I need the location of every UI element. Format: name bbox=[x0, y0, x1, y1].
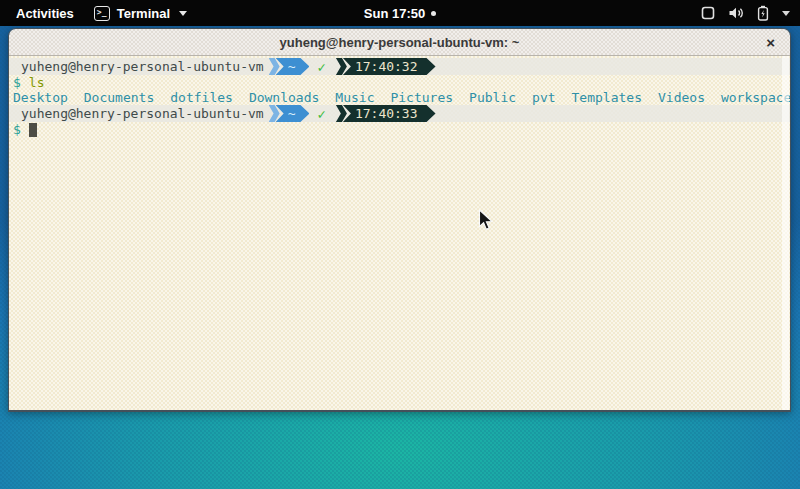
powerline-arrow-icon bbox=[336, 105, 347, 122]
system-status-area[interactable] bbox=[701, 5, 790, 21]
clock-label: Sun 17:50 bbox=[364, 6, 425, 21]
terminal-screen[interactable]: yuheng@henry-personal-ubuntu-vm ~ ✓ 17:4… bbox=[9, 56, 790, 410]
input-line[interactable]: $ bbox=[9, 122, 790, 137]
directory-name: Music bbox=[335, 90, 374, 105]
directory-name: Downloads bbox=[249, 90, 319, 105]
prompt-timestamp: 17:40:32 bbox=[343, 58, 436, 75]
command-line: $ ls bbox=[9, 75, 790, 90]
terminal-window: yuheng@henry-personal-ubuntu-vm: ~ × yuh… bbox=[8, 28, 791, 412]
scrollbar[interactable] bbox=[782, 56, 789, 410]
directory-name: Public bbox=[469, 90, 516, 105]
status-check-icon: ✓ bbox=[317, 59, 325, 75]
clock-button[interactable]: Sun 17:50 bbox=[364, 6, 436, 21]
directory-name: Templates bbox=[572, 90, 642, 105]
prompt-time-segment: 17:40:33 bbox=[336, 105, 436, 122]
prompt-path-segment: ~ bbox=[269, 105, 310, 122]
window-title: yuheng@henry-personal-ubuntu-vm: ~ bbox=[280, 35, 520, 50]
screen-icon bbox=[701, 6, 715, 20]
desktop: { "topbar": { "activities_label": "Activ… bbox=[0, 0, 800, 489]
prompt-user-host: yuheng@henry-personal-ubuntu-vm bbox=[13, 59, 264, 74]
notification-dot-icon bbox=[431, 11, 436, 16]
prompt-line: yuheng@henry-personal-ubuntu-vm ~ ✓ 17:4… bbox=[9, 58, 790, 75]
typed-command: ls bbox=[29, 75, 45, 90]
prompt-path-segment: ~ bbox=[269, 58, 310, 75]
powerline-arrow-icon bbox=[269, 105, 280, 122]
directory-name: dotfiles bbox=[170, 90, 233, 105]
volume-icon bbox=[728, 6, 744, 20]
prompt-dollar: $ bbox=[13, 75, 21, 90]
prompt-path: ~ bbox=[276, 58, 310, 75]
gnome-top-bar: Activities >_ Terminal Sun 17:50 bbox=[0, 0, 800, 26]
prompt-path: ~ bbox=[276, 105, 310, 122]
activities-button[interactable]: Activities bbox=[12, 6, 78, 21]
app-menu-label: Terminal bbox=[117, 6, 170, 21]
powerline-arrow-icon bbox=[336, 58, 347, 75]
directory-name: Documents bbox=[84, 90, 154, 105]
chevron-down-icon bbox=[782, 11, 790, 16]
app-menu-terminal[interactable]: >_ Terminal bbox=[94, 6, 187, 21]
directory-name: workspace bbox=[721, 90, 791, 105]
prompt-timestamp: 17:40:33 bbox=[343, 105, 436, 122]
directory-name: Pictures bbox=[390, 90, 453, 105]
prompt-time-segment: 17:40:32 bbox=[336, 58, 436, 75]
chevron-down-icon bbox=[179, 11, 187, 16]
status-check-icon: ✓ bbox=[317, 106, 325, 122]
directory-name: Videos bbox=[658, 90, 705, 105]
prompt-dollar: $ bbox=[13, 122, 21, 137]
directory-name: pvt bbox=[532, 90, 555, 105]
prompt-line: yuheng@henry-personal-ubuntu-vm ~ ✓ 17:4… bbox=[9, 105, 790, 122]
battery-charging-icon bbox=[757, 5, 769, 21]
terminal-app-icon: >_ bbox=[94, 6, 110, 21]
ls-output-line: Desktop Documents dotfiles Downloads Mus… bbox=[9, 90, 790, 105]
directory-name: Desktop bbox=[13, 90, 68, 105]
window-titlebar[interactable]: yuheng@henry-personal-ubuntu-vm: ~ × bbox=[9, 29, 790, 56]
close-icon[interactable]: × bbox=[762, 33, 779, 52]
powerline-arrow-icon bbox=[269, 58, 280, 75]
text-cursor bbox=[29, 123, 37, 137]
prompt-user-host: yuheng@henry-personal-ubuntu-vm bbox=[13, 106, 264, 121]
